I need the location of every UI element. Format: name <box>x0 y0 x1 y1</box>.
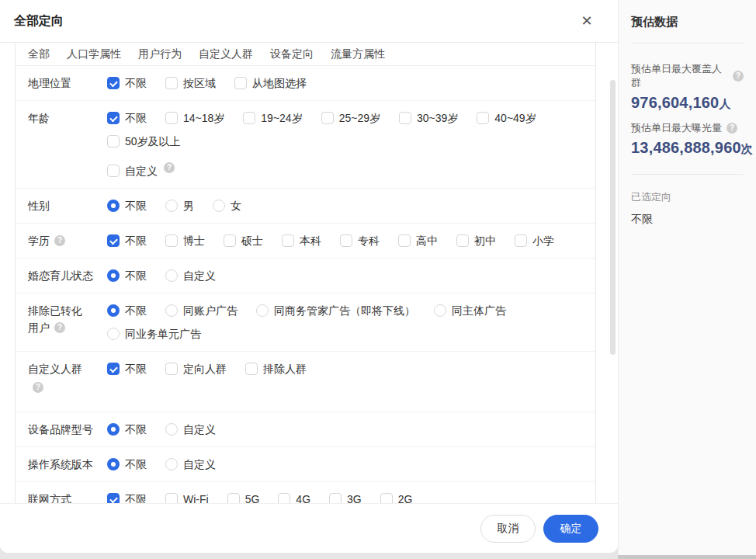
checkbox-icon[interactable] <box>165 493 178 503</box>
checkbox-option-博士[interactable]: 博士 <box>165 232 205 249</box>
checkbox-option-25~29岁[interactable]: 25~29岁 <box>321 109 380 127</box>
close-icon[interactable]: ✕ <box>577 12 596 30</box>
checkbox-option-专科[interactable]: 专科 <box>340 232 380 249</box>
checkbox-option-小学[interactable]: 小学 <box>515 232 554 249</box>
checkbox-option-4G[interactable]: 4G <box>278 491 310 503</box>
checkbox-option-硕士[interactable]: 硕士 <box>224 232 263 249</box>
help-icon[interactable]: ? <box>54 322 65 333</box>
radio-option-自定义[interactable]: 自定义 <box>165 267 216 284</box>
checkbox-checked-icon[interactable] <box>107 363 120 375</box>
confirm-button[interactable]: 确定 <box>543 515 598 543</box>
checkbox-icon[interactable] <box>278 493 290 503</box>
radio-icon[interactable] <box>107 328 120 340</box>
checkbox-icon[interactable] <box>398 234 411 247</box>
checkbox-option-40~49岁[interactable]: 40~49岁 <box>477 109 536 127</box>
checkbox-icon[interactable] <box>224 234 236 247</box>
checkbox-icon[interactable] <box>165 112 178 124</box>
checkbox-option-50岁及以上[interactable]: 50岁及以上 <box>107 133 181 150</box>
checkbox-option-高中[interactable]: 高中 <box>398 232 438 249</box>
tab-4[interactable]: 设备定向 <box>270 47 314 61</box>
radio-option-同账户广告[interactable]: 同账户广告 <box>165 302 238 319</box>
radio-icon[interactable] <box>165 423 178 436</box>
radio-icon[interactable] <box>165 458 178 470</box>
checkbox-checked-icon[interactable] <box>107 234 120 247</box>
cancel-button[interactable]: 取消 <box>480 515 536 543</box>
checkbox-icon[interactable] <box>165 234 178 247</box>
tab-0[interactable]: 全部 <box>28 47 50 61</box>
checkbox-option-不限[interactable]: 不限 <box>107 232 147 249</box>
tab-2[interactable]: 用户行为 <box>138 47 182 61</box>
checkbox-icon[interactable] <box>380 493 393 503</box>
scrollbar-thumb[interactable] <box>610 80 616 355</box>
radio-icon[interactable] <box>165 269 178 282</box>
radio-selected-icon[interactable] <box>107 304 120 317</box>
checkbox-icon[interactable] <box>456 234 469 247</box>
checkbox-icon[interactable] <box>107 165 120 177</box>
checkbox-icon[interactable] <box>165 363 178 375</box>
checkbox-icon[interactable] <box>243 112 255 124</box>
help-icon[interactable]: ? <box>733 71 744 82</box>
checkbox-option-不限[interactable]: 不限 <box>107 109 147 127</box>
checkbox-icon[interactable] <box>227 493 240 503</box>
help-icon[interactable]: ? <box>33 382 43 393</box>
checkbox-option-按区域[interactable]: 按区域 <box>165 75 216 92</box>
checkbox-icon[interactable] <box>340 234 352 247</box>
checkbox-option-3G[interactable]: 3G <box>329 491 362 503</box>
checkbox-icon[interactable] <box>321 112 334 124</box>
checkbox-icon[interactable] <box>399 112 411 124</box>
checkbox-icon[interactable] <box>329 493 342 503</box>
radio-icon[interactable] <box>165 304 178 317</box>
radio-selected-icon[interactable] <box>107 423 120 436</box>
radio-selected-icon[interactable] <box>107 458 120 470</box>
tab-1[interactable]: 人口学属性 <box>67 47 121 61</box>
checkbox-option-自定义[interactable]: 自定义 <box>107 162 158 179</box>
checkbox-icon[interactable] <box>245 363 258 375</box>
radio-icon[interactable] <box>213 200 225 212</box>
checkbox-option-14~18岁[interactable]: 14~18岁 <box>165 109 224 127</box>
checkbox-option-30~39岁[interactable]: 30~39岁 <box>399 109 458 127</box>
radio-option-不限[interactable]: 不限 <box>107 197 147 214</box>
radio-option-女[interactable]: 女 <box>213 197 241 214</box>
checkbox-icon[interactable] <box>477 112 489 124</box>
radio-option-不限[interactable]: 不限 <box>107 421 147 438</box>
checkbox-icon[interactable] <box>165 77 178 89</box>
radio-option-不限[interactable]: 不限 <box>107 456 147 473</box>
radio-option-男[interactable]: 男 <box>165 197 194 214</box>
checkbox-option-本科[interactable]: 本科 <box>282 232 321 249</box>
radio-selected-icon[interactable] <box>107 200 120 212</box>
radio-selected-icon[interactable] <box>107 269 120 282</box>
tab-5[interactable]: 流量方属性 <box>331 47 385 61</box>
radio-icon[interactable] <box>165 200 178 212</box>
radio-option-同商务管家广告（即将下线）[interactable]: 同商务管家广告（即将下线） <box>256 302 415 319</box>
tab-3[interactable]: 自定义人群 <box>199 47 253 61</box>
checkbox-option-从地图选择[interactable]: 从地图选择 <box>234 75 307 92</box>
checkbox-option-排除人群[interactable]: 排除人群 <box>245 360 307 377</box>
checkbox-option-2G[interactable]: 2G <box>380 491 413 503</box>
checkbox-checked-icon[interactable] <box>107 77 120 89</box>
checkbox-checked-icon[interactable] <box>107 493 120 503</box>
checkbox-option-初中[interactable]: 初中 <box>456 232 496 249</box>
checkbox-icon[interactable] <box>234 77 247 89</box>
radio-option-自定义[interactable]: 自定义 <box>165 456 216 473</box>
checkbox-option-不限[interactable]: 不限 <box>107 75 147 92</box>
checkbox-option-定向人群[interactable]: 定向人群 <box>165 360 227 377</box>
radio-option-不限[interactable]: 不限 <box>107 267 147 284</box>
checkbox-icon[interactable] <box>515 234 527 247</box>
radio-option-自定义[interactable]: 自定义 <box>165 421 216 438</box>
radio-option-同主体广告[interactable]: 同主体广告 <box>434 302 506 319</box>
radio-option-不限[interactable]: 不限 <box>107 302 147 319</box>
help-icon[interactable]: ? <box>54 235 65 246</box>
radio-icon[interactable] <box>256 304 269 317</box>
checkbox-option-不限[interactable]: 不限 <box>107 360 147 377</box>
checkbox-option-5G[interactable]: 5G <box>227 491 260 503</box>
radio-option-同业务单元广告[interactable]: 同业务单元广告 <box>107 325 201 342</box>
checkbox-checked-icon[interactable] <box>107 112 120 124</box>
checkbox-icon[interactable] <box>107 135 120 148</box>
checkbox-option-19~24岁[interactable]: 19~24岁 <box>243 109 302 127</box>
checkbox-option-不限[interactable]: 不限 <box>107 491 147 503</box>
checkbox-option-Wi-Fi[interactable]: Wi-Fi <box>165 491 209 503</box>
help-icon[interactable]: ? <box>727 123 737 134</box>
radio-icon[interactable] <box>434 304 446 317</box>
checkbox-icon[interactable] <box>282 234 294 247</box>
help-icon[interactable]: ? <box>164 162 175 173</box>
